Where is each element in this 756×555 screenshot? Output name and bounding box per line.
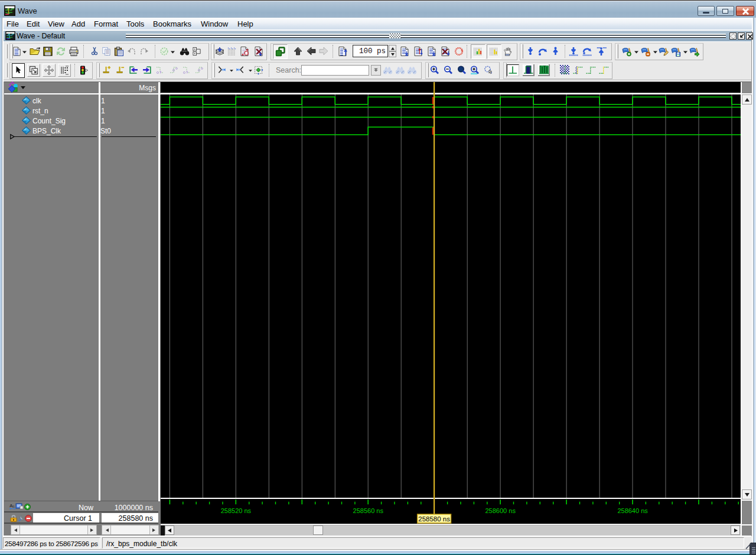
svg-text:258520 ns: 258520 ns (221, 507, 252, 514)
svg-text:258640 ns: 258640 ns (617, 507, 648, 514)
svg-text:258580 ns: 258580 ns (418, 515, 450, 523)
svg-text:258600 ns: 258600 ns (485, 507, 516, 514)
svg-text:258560 ns: 258560 ns (353, 507, 384, 514)
